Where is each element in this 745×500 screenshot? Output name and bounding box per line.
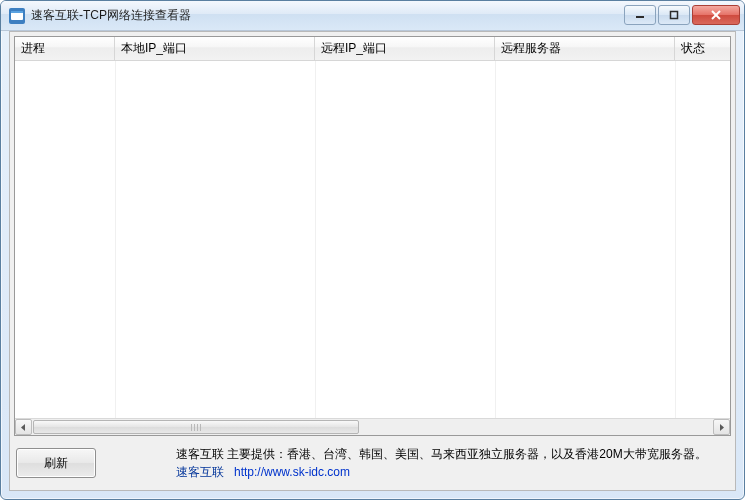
column-state[interactable]: 状态 xyxy=(675,37,730,60)
window-controls xyxy=(622,6,740,25)
grid-lines xyxy=(15,61,730,418)
svg-rect-4 xyxy=(671,12,678,19)
grip-icon xyxy=(191,424,201,431)
bottom-panel: 刷新 速客互联 主要提供：香港、台湾、韩国、美国、马来西亚独立服务器，以及香港2… xyxy=(14,440,731,486)
footer-link-url[interactable]: http://www.sk-idc.com xyxy=(234,463,350,481)
svg-marker-8 xyxy=(720,424,724,431)
svg-marker-7 xyxy=(21,424,25,431)
refresh-button[interactable]: 刷新 xyxy=(16,448,96,478)
window-title: 速客互联-TCP网络连接查看器 xyxy=(31,7,191,24)
svg-rect-2 xyxy=(11,11,23,13)
horizontal-scrollbar[interactable] xyxy=(15,418,730,435)
app-icon xyxy=(9,8,25,24)
column-label: 远程IP_端口 xyxy=(321,40,387,57)
listview-body[interactable] xyxy=(15,61,730,418)
footer-line-1: 速客互联 主要提供：香港、台湾、韩国、美国、马来西亚独立服务器，以及香港20M大… xyxy=(176,445,707,463)
column-remote-server[interactable]: 远程服务器 xyxy=(495,37,675,60)
footer-link-name[interactable]: 速客互联 xyxy=(176,463,224,481)
scroll-left-arrow-icon[interactable] xyxy=(15,419,32,435)
close-button[interactable] xyxy=(692,5,740,25)
maximize-button[interactable] xyxy=(658,5,690,25)
column-process[interactable]: 进程 xyxy=(15,37,115,60)
client-area: 进程 本地IP_端口 远程IP_端口 远程服务器 状态 xyxy=(9,31,736,491)
footer-line-2: 速客互联 http://www.sk-idc.com xyxy=(176,463,707,481)
connections-listview[interactable]: 进程 本地IP_端口 远程IP_端口 远程服务器 状态 xyxy=(14,36,731,436)
column-local-ip-port[interactable]: 本地IP_端口 xyxy=(115,37,315,60)
column-label: 进程 xyxy=(21,40,45,57)
column-label: 远程服务器 xyxy=(501,40,561,57)
column-label: 状态 xyxy=(681,40,705,57)
scrollbar-track[interactable] xyxy=(33,419,712,435)
application-window: 速客互联-TCP网络连接查看器 进程 本地IP_端口 远程IP_端口 xyxy=(0,0,745,500)
column-label: 本地IP_端口 xyxy=(121,40,187,57)
listview-header: 进程 本地IP_端口 远程IP_端口 远程服务器 状态 xyxy=(15,37,730,61)
scroll-right-arrow-icon[interactable] xyxy=(713,419,730,435)
footer-text: 速客互联 主要提供：香港、台湾、韩国、美国、马来西亚独立服务器，以及香港20M大… xyxy=(176,445,707,481)
minimize-button[interactable] xyxy=(624,5,656,25)
column-remote-ip-port[interactable]: 远程IP_端口 xyxy=(315,37,495,60)
scrollbar-thumb[interactable] xyxy=(33,420,359,434)
title-bar[interactable]: 速客互联-TCP网络连接查看器 xyxy=(1,1,744,31)
refresh-button-label: 刷新 xyxy=(44,455,68,472)
